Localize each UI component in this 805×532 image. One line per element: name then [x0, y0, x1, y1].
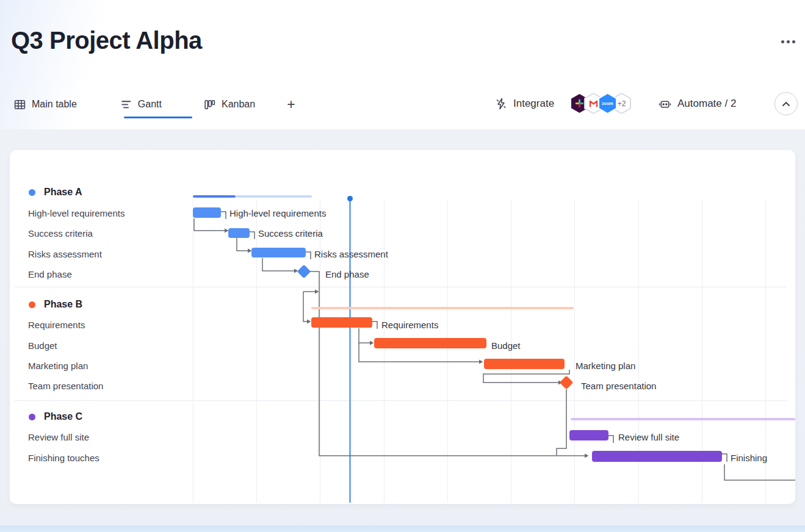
dependency-connector — [303, 292, 307, 322]
task-row-label[interactable]: Risks assessment — [28, 249, 102, 259]
dependency-connector — [557, 389, 566, 455]
board-header: Q3 Project Alpha Main tableGanttKanban+ … — [0, 0, 805, 129]
active-tab-underline — [124, 117, 192, 118]
task-bar[interactable] — [228, 228, 250, 238]
plus-icon: + — [287, 96, 295, 113]
automate-button[interactable]: Automate / 2 — [658, 92, 736, 116]
page-title: Q3 Project Alpha — [11, 27, 202, 54]
dependency-connector — [194, 218, 225, 231]
more-options-icon[interactable] — [781, 40, 795, 43]
group-name[interactable]: Phase C — [44, 411, 82, 422]
table-icon — [13, 98, 26, 111]
automate-label: Automate / 2 — [677, 98, 736, 110]
bottom-strip — [0, 525, 805, 532]
tab-label: Main table — [32, 99, 77, 110]
dependency-connector — [221, 212, 226, 219]
gantt-icon — [120, 98, 132, 111]
task-bar[interactable] — [569, 430, 608, 440]
task-bar-label: High-level requirements — [229, 208, 326, 218]
dependency-connector — [483, 370, 569, 383]
dependency-connector — [306, 252, 311, 259]
task-bar[interactable] — [592, 451, 722, 462]
chevron-up-icon — [782, 98, 790, 109]
task-bar-label: Team presentation — [581, 381, 656, 391]
task-bar[interactable] — [251, 248, 306, 257]
dependency-connector — [722, 454, 727, 462]
group-summary-bar — [236, 195, 312, 198]
kanban-icon — [203, 98, 216, 111]
group-summary-bar — [193, 195, 236, 198]
dependency-connector — [237, 238, 248, 251]
task-row-label[interactable]: Marketing plan — [28, 361, 88, 371]
group-name[interactable]: Phase A — [44, 187, 82, 198]
task-row-label[interactable]: Team presentation — [28, 381, 103, 391]
task-bar-label: Requirements — [381, 320, 438, 330]
task-row-label[interactable]: Budget — [28, 340, 57, 351]
task-row-label[interactable]: Finishing touches — [28, 453, 99, 463]
dependency-connector — [724, 464, 795, 480]
task-bar[interactable] — [193, 207, 221, 218]
group-summary-bar — [571, 418, 795, 420]
dependency-connector — [608, 436, 613, 443]
today-marker-dot — [347, 196, 353, 201]
task-bar-label: Success criteria — [258, 228, 323, 239]
dependency-connector — [250, 232, 254, 239]
tab-label: Kanban — [222, 99, 255, 110]
zoom-integration-icon: zoom — [598, 93, 617, 114]
task-row-label[interactable]: Requirements — [28, 320, 85, 330]
group-color-dot — [29, 301, 35, 308]
task-bar-label: Marketing plan — [576, 361, 635, 371]
group-summary-bar — [311, 307, 574, 309]
group-color-dot — [29, 414, 35, 420]
task-bar[interactable] — [484, 359, 565, 369]
tab-gantt[interactable]: Gantt — [111, 91, 170, 118]
task-bar-label: End phase — [325, 269, 369, 279]
collapse-header-button[interactable] — [774, 92, 798, 115]
dependency-connector — [262, 258, 294, 271]
robot-icon — [658, 97, 672, 111]
dependency-connector — [359, 328, 370, 343]
group-name[interactable]: Phase B — [44, 299, 82, 310]
task-row-label[interactable]: End phase — [28, 269, 72, 279]
task-bar-label: Budget — [491, 340, 521, 351]
task-row-label[interactable]: Review full site — [28, 432, 89, 442]
task-bar-label: Risks assessment — [314, 249, 388, 259]
gantt-widget-card: Phase AHigh-level requirementsHigh-level… — [10, 150, 795, 504]
task-bar-label: Finishing — [731, 453, 767, 463]
integrate-icon — [494, 97, 508, 110]
task-row-label[interactable]: High-level requirements — [28, 208, 125, 218]
task-bar-label: Review full site — [618, 432, 679, 442]
integrate-label: Integrate — [513, 98, 554, 110]
group-color-dot — [29, 189, 35, 196]
board-page: Q3 Project Alpha Main tableGanttKanban+ … — [0, 0, 805, 532]
view-tabs: Main tableGanttKanban+ — [12, 90, 305, 118]
task-bar[interactable] — [311, 317, 372, 328]
task-bar[interactable] — [374, 338, 486, 348]
dependency-connector — [372, 322, 377, 329]
integration-badges[interactable]: zoom+2 — [570, 93, 631, 114]
tab-main-table[interactable]: Main table — [12, 91, 85, 118]
integrate-button[interactable]: Integrate — [494, 92, 554, 116]
tab-kanban[interactable]: Kanban — [195, 91, 264, 118]
tab-add-view[interactable]: + — [277, 91, 305, 118]
task-row-label[interactable]: Success criteria — [28, 228, 93, 239]
tab-label: Gantt — [138, 99, 162, 110]
